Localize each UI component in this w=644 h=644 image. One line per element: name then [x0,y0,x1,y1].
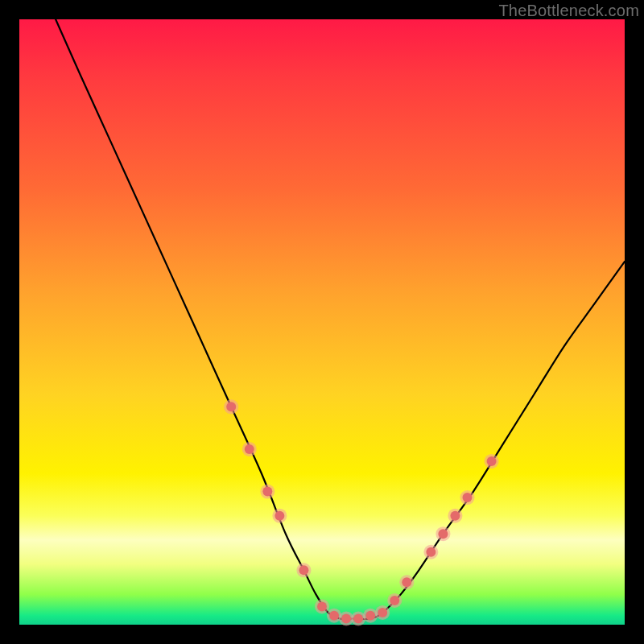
curve-marker [450,511,460,521]
curve-marker [299,565,308,575]
curve-marker [462,493,472,502]
curve-marker [487,456,497,466]
bottleneck-curve-svg [19,19,625,625]
curve-marker [438,529,448,539]
curve-marker [341,613,351,623]
curve-marker [317,601,327,611]
curve-marker [402,577,411,587]
curve-markers-group [224,399,498,625]
curve-marker [275,511,284,521]
curve-marker [245,444,254,454]
curve-marker [262,487,272,497]
curve-marker [378,608,387,617]
curve-marker [353,613,363,623]
curve-marker [426,547,436,557]
chart-frame [19,19,625,625]
curve-marker [365,611,375,621]
bottleneck-curve-line [56,19,625,619]
watermark-text: TheBottleneck.com [498,2,639,20]
curve-marker [390,596,399,605]
curve-marker [329,611,339,621]
curve-marker [226,402,236,411]
